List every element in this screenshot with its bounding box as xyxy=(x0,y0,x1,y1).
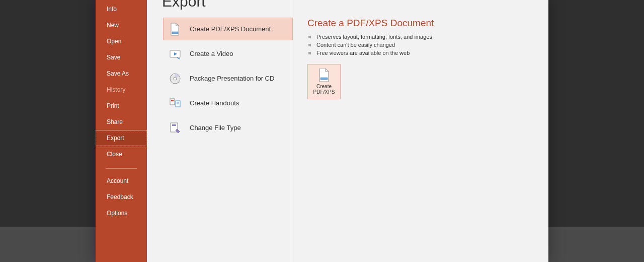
export-option-handout[interactable]: Create Handouts xyxy=(163,92,293,114)
export-option-label: Create Handouts xyxy=(190,99,239,107)
sidebar-item-history[interactable]: History xyxy=(96,82,147,98)
sidebar-item-label: History xyxy=(107,86,125,93)
export-detail-panel: Create a PDF/XPS Document Preserves layo… xyxy=(293,0,548,262)
detail-bullet: Preserves layout, formatting, fonts, and… xyxy=(307,33,538,41)
sidebar-item-options[interactable]: Options xyxy=(96,205,147,221)
sidebar-separator xyxy=(106,168,137,169)
cd-icon xyxy=(169,72,182,85)
sidebar-item-save-as[interactable]: Save As xyxy=(96,66,147,82)
sidebar-item-label: Save xyxy=(107,54,120,61)
sidebar-item-label: Info xyxy=(107,6,117,13)
sidebar-item-account[interactable]: Account xyxy=(96,173,147,189)
sidebar-item-export[interactable]: Export xyxy=(96,130,147,146)
svg-rect-4 xyxy=(170,99,175,105)
detail-title: Create a PDF/XPS Document xyxy=(307,18,538,29)
svg-rect-0 xyxy=(172,32,178,34)
svg-rect-10 xyxy=(172,124,176,126)
export-option-cd[interactable]: Package Presentation for CD xyxy=(163,67,293,90)
sidebar-item-label: Save As xyxy=(107,70,129,77)
sidebar-item-close[interactable]: Close xyxy=(96,146,147,162)
export-option-label: Package Presentation for CD xyxy=(190,75,274,82)
export-option-video[interactable]: Create a Video xyxy=(163,42,293,65)
backstage-window: InfoNewOpenSaveSave AsHistoryPrintShareE… xyxy=(96,0,548,262)
video-icon xyxy=(169,47,182,60)
sidebar-item-label: Close xyxy=(107,151,122,158)
export-option-pdf[interactable]: Create PDF/XPS Document xyxy=(163,18,293,40)
detail-bullet: Content can't be easily changed xyxy=(307,41,538,49)
export-option-label: Create PDF/XPS Document xyxy=(190,25,271,33)
sidebar-item-feedback[interactable]: Feedback xyxy=(96,189,147,205)
export-option-label: Change File Type xyxy=(190,124,241,132)
sidebar-item-label: Open xyxy=(107,38,121,45)
sidebar-item-save[interactable]: Save xyxy=(96,49,147,66)
detail-bullet: Free viewers are available on the web xyxy=(307,49,538,57)
create-pdf-xps-button[interactable]: Create PDF/XPS xyxy=(307,64,341,99)
sidebar-item-open[interactable]: Open xyxy=(96,33,147,49)
detail-bullet-list: Preserves layout, formatting, fonts, and… xyxy=(307,33,538,57)
change-icon xyxy=(169,121,182,135)
button-label-line2: PDF/XPS xyxy=(313,89,335,95)
sidebar-item-print[interactable]: Print xyxy=(96,98,147,114)
sidebar-item-label: Account xyxy=(107,177,128,184)
pdf-document-icon xyxy=(318,69,330,82)
handout-icon xyxy=(169,97,182,110)
sidebar-item-label: New xyxy=(107,22,119,29)
export-option-label: Create a Video xyxy=(190,50,233,57)
page-title: Export xyxy=(162,0,206,10)
sidebar-item-label: Feedback xyxy=(107,193,133,201)
sidebar-item-label: Options xyxy=(107,210,127,217)
backstage-content: Export Create PDF/XPS DocumentCreate a V… xyxy=(147,0,548,262)
sidebar-item-new[interactable]: New xyxy=(96,17,147,33)
sidebar-item-label: Print xyxy=(107,102,119,109)
button-label-line1: Create xyxy=(316,84,332,89)
export-option-list: Create PDF/XPS DocumentCreate a VideoPac… xyxy=(147,0,293,262)
sidebar-item-label: Export xyxy=(107,135,124,142)
sidebar-item-share[interactable]: Share xyxy=(96,114,147,130)
svg-rect-11 xyxy=(320,78,328,80)
pdf-icon xyxy=(169,23,182,36)
backstage-sidebar: InfoNewOpenSaveSave AsHistoryPrintShareE… xyxy=(96,0,147,262)
sidebar-item-info[interactable]: Info xyxy=(96,1,147,17)
sidebar-item-label: Share xyxy=(107,118,123,125)
export-option-change[interactable]: Change File Type xyxy=(163,116,293,139)
svg-rect-5 xyxy=(171,100,174,101)
